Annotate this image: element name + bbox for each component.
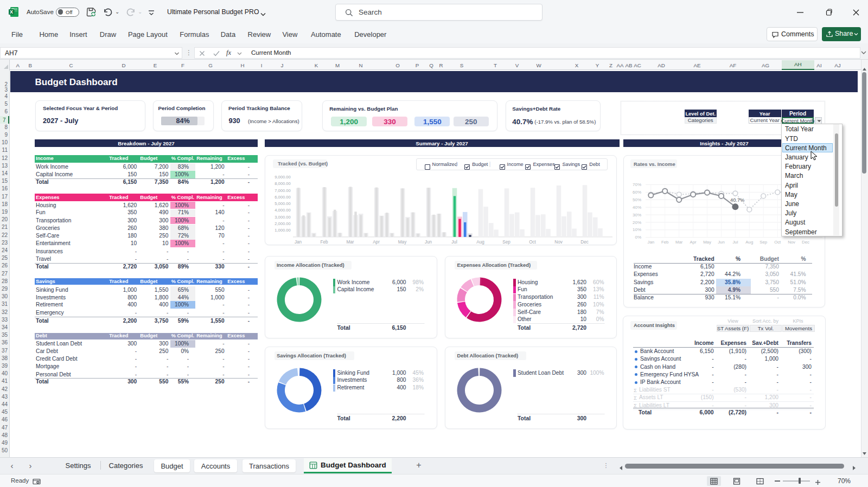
svg-text:Mar: Mar	[675, 240, 683, 245]
svg-text:Oct: Oct	[774, 240, 781, 245]
svg-text:Jul: Jul	[451, 240, 457, 245]
svg-text:10%: 10%	[633, 227, 641, 232]
svg-text:1,000.00: 1,000.00	[275, 228, 291, 233]
svg-text:8,000.00: 8,000.00	[275, 181, 291, 186]
svg-text:70%: 70%	[633, 182, 641, 187]
svg-text:Apr: Apr	[373, 240, 380, 245]
svg-text:4,000.00: 4,000.00	[275, 208, 291, 213]
svg-text:Feb: Feb	[320, 240, 328, 245]
svg-text:X: X	[10, 9, 13, 15]
svg-text:Aug: Aug	[476, 240, 484, 245]
svg-text:40%: 40%	[633, 205, 641, 210]
svg-text:40.7%: 40.7%	[730, 197, 744, 203]
svg-text:0%: 0%	[635, 235, 641, 240]
svg-text:50%: 50%	[633, 197, 641, 202]
svg-text:Nov: Nov	[554, 240, 563, 245]
svg-text:Apr: Apr	[690, 240, 697, 245]
svg-text:Mar: Mar	[346, 240, 354, 245]
svg-text:Jun: Jun	[424, 240, 432, 245]
svg-text:Jul: Jul	[732, 240, 738, 245]
svg-text:2,000.00: 2,000.00	[275, 221, 291, 226]
svg-text:Dec: Dec	[580, 240, 589, 245]
svg-text:Jun: Jun	[718, 240, 725, 245]
svg-text:6,000.00: 6,000.00	[275, 195, 291, 200]
svg-text:9,000.00: 9,000.00	[275, 175, 291, 180]
svg-text:60%: 60%	[633, 190, 641, 195]
svg-text:7,000.00: 7,000.00	[275, 188, 291, 193]
svg-text:Dec: Dec	[802, 240, 809, 245]
svg-text:Sep: Sep	[502, 240, 510, 245]
svg-text:Sep: Sep	[760, 240, 768, 245]
svg-text:May: May	[398, 240, 406, 245]
svg-text:Nov: Nov	[788, 240, 795, 245]
svg-text:May: May	[703, 240, 711, 245]
svg-text:30%: 30%	[633, 213, 641, 217]
svg-text:Aug: Aug	[745, 240, 753, 245]
svg-text:Oct: Oct	[529, 240, 536, 245]
svg-text:Feb: Feb	[661, 240, 669, 245]
svg-text:Jan: Jan	[294, 240, 302, 245]
svg-text:5,000.00: 5,000.00	[275, 201, 291, 206]
svg-text:Jan: Jan	[648, 240, 655, 245]
svg-text:20%: 20%	[633, 220, 641, 225]
svg-text:3,000.00: 3,000.00	[275, 215, 291, 220]
